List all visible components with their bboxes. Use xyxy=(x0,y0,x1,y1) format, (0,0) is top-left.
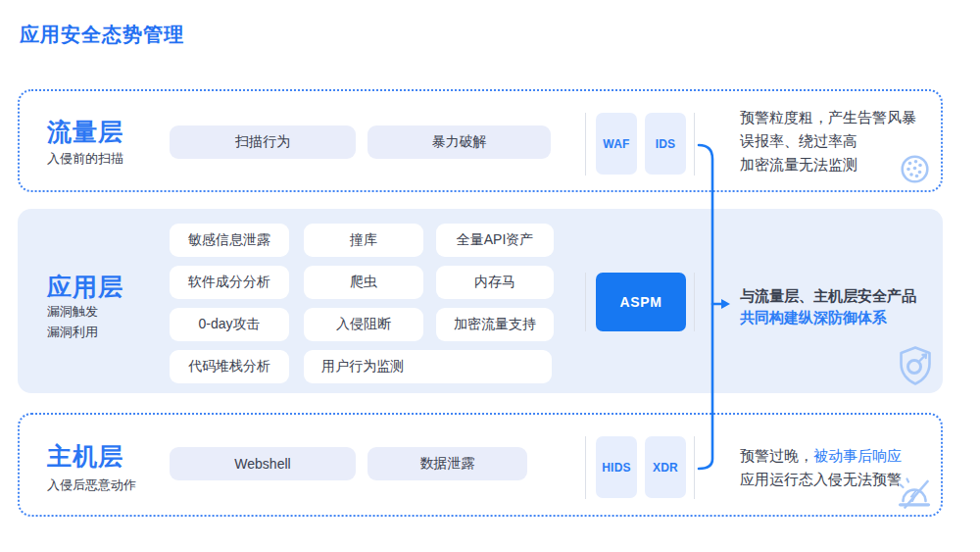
note-line: 误报率、绕过率高 xyxy=(740,129,916,153)
threat-pill: 内存马 xyxy=(436,266,554,299)
divider xyxy=(585,113,586,176)
product-tag-xdr: XDR xyxy=(645,436,686,498)
capability-pill: 代码堆栈分析 xyxy=(170,350,289,383)
traffic-layer-notes: 预警粒度粗，产生告警风暴 误报率、绕过率高 加密流量无法监测 xyxy=(740,106,916,176)
note-line-highlight: 共同构建纵深防御体系 xyxy=(740,307,916,328)
threat-pill: 0-day攻击 xyxy=(170,308,289,341)
product-tag-ids: IDS xyxy=(645,113,686,175)
note-line: 应用运行态入侵无法预警 xyxy=(740,468,902,491)
application-layer-notes: 与流量层、主机层安全产品 共同构建纵深防御体系 xyxy=(740,285,916,328)
note-fragment-highlight: 被动事后响应 xyxy=(813,447,902,464)
host-layer-notes: 预警过晚，被动事后响应 应用运行态入侵无法预警 xyxy=(740,444,902,491)
capability-pill: 用户行为监测 xyxy=(304,350,552,383)
page-title: 应用安全态势管理 xyxy=(20,22,184,48)
note-line: 预警粒度粗，产生告警风暴 xyxy=(740,106,916,129)
product-tag-hids: HIDS xyxy=(596,436,637,498)
bracket-arrow xyxy=(684,135,743,480)
traffic-layer-subtitle: 入侵前的扫描 xyxy=(47,148,123,169)
threat-pill: 暴力破解 xyxy=(368,125,551,159)
note-line: 加密流量无法监测 xyxy=(740,153,916,176)
capability-pill: 加密流量支持 xyxy=(436,308,554,341)
threat-pill: 敏感信息泄露 xyxy=(170,224,289,257)
divider xyxy=(585,273,586,331)
threat-pill: 爬虫 xyxy=(304,266,423,299)
aspm-diagram: 应用安全态势管理 流量层 入侵前的扫描 扫描行为 暴力破解 WAF IDS 预警… xyxy=(0,0,980,552)
threat-pill: Webshell xyxy=(170,447,356,480)
capability-pill: 软件成分分析 xyxy=(170,266,289,299)
subtitle-line: 漏洞利用 xyxy=(47,322,98,342)
host-layer-title: 主机层 xyxy=(47,440,123,473)
threat-pill: 扫描行为 xyxy=(170,125,356,159)
divider xyxy=(585,436,586,499)
subtitle-line: 漏洞触发 xyxy=(47,301,98,322)
application-layer-subtitle: 漏洞触发 漏洞利用 xyxy=(47,301,98,342)
application-layer-title: 应用层 xyxy=(47,271,123,303)
traffic-layer-title: 流量层 xyxy=(47,116,123,148)
note-line: 预警过晚，被动事后响应 xyxy=(740,444,902,468)
note-line: 与流量层、主机层安全产品 xyxy=(740,285,916,307)
capability-pill: 入侵阻断 xyxy=(304,308,423,341)
threat-pill: 全量API资产 xyxy=(436,224,554,257)
note-fragment: 预警过晚， xyxy=(740,447,813,464)
alarm-off-icon xyxy=(896,475,933,512)
threat-pill: 撞库 xyxy=(304,224,423,257)
shield-target-icon xyxy=(897,345,934,386)
host-layer-subtitle: 入侵后恶意动作 xyxy=(47,475,136,495)
virus-dots-icon xyxy=(900,154,930,184)
threat-pill: 数据泄露 xyxy=(368,447,527,480)
product-tag-aspm: ASPM xyxy=(596,273,686,331)
product-tag-waf: WAF xyxy=(596,113,637,175)
